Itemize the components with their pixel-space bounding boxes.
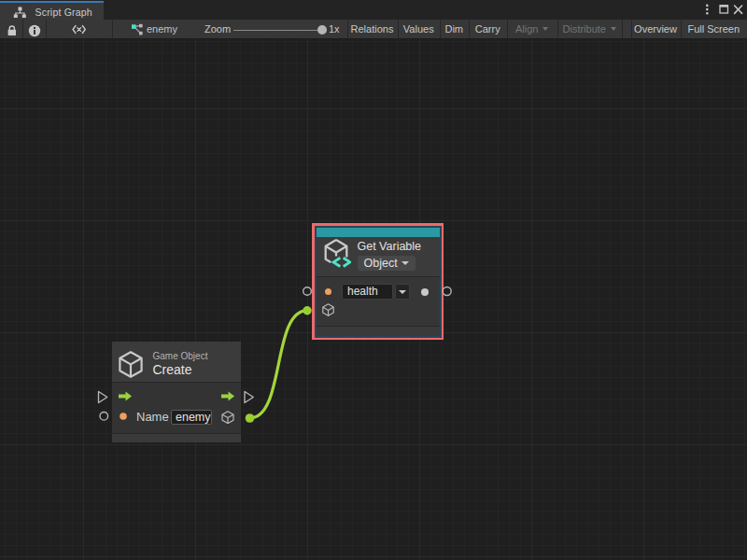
flow-output-arrow-icon[interactable] xyxy=(221,391,234,401)
variable-name-caret-icon xyxy=(399,290,406,294)
node-create-title: Create xyxy=(153,362,192,377)
tab-script-graph[interactable]: Script Graph xyxy=(0,1,104,20)
gameobject-cube-icon xyxy=(119,351,143,378)
lock-icon[interactable] xyxy=(6,23,19,36)
node-get-variable-selection-border[interactable]: Get Variable Object health xyxy=(312,223,444,340)
align-caret-icon xyxy=(543,27,548,31)
code-preview-icon[interactable] xyxy=(71,24,88,35)
value-output-port[interactable] xyxy=(443,287,451,296)
graph-hierarchy-icon xyxy=(13,5,26,18)
window-controls xyxy=(691,0,747,20)
tab-title: Script Graph xyxy=(35,7,92,18)
breadcrumb-graph-name[interactable]: enemy xyxy=(147,20,177,38)
toolbar-button-fullscreen[interactable]: Full Screen xyxy=(681,20,747,38)
connection-end-dot[interactable] xyxy=(303,306,311,315)
zoom-slider-track[interactable] xyxy=(233,30,326,32)
name-input-port[interactable] xyxy=(100,413,108,421)
toolbar-button-relations[interactable]: Relations xyxy=(347,20,398,38)
name-port-label: Name xyxy=(136,410,169,424)
node-get-variable-title: Get Variable xyxy=(358,240,422,253)
variable-cube-icon xyxy=(324,238,351,269)
maximize-icon[interactable] xyxy=(720,6,728,13)
name-value-input[interactable]: enemy xyxy=(171,410,212,425)
zoom-label: Zoom xyxy=(204,20,231,38)
name-port-dot-icon[interactable] xyxy=(120,413,127,420)
toolbar-button-overview[interactable]: Overview xyxy=(631,20,681,38)
flow-input-port[interactable] xyxy=(99,392,107,403)
variable-name-dropdown[interactable] xyxy=(395,284,411,300)
variable-kind-value: Object xyxy=(364,257,398,270)
node-create-subtitle: Game Object xyxy=(153,351,208,361)
toolbar-button-carry[interactable]: Carry xyxy=(469,20,508,38)
value-output-dot-icon[interactable] xyxy=(421,288,429,296)
connection-wire[interactable] xyxy=(250,311,308,418)
variable-name-port[interactable] xyxy=(303,287,312,296)
toolbar: enemy Zoom 1x Relations Values Dim Carry… xyxy=(0,20,747,39)
toolbar-button-values[interactable]: Values xyxy=(398,20,441,38)
node-get-variable-header: Get Variable Object xyxy=(317,237,440,277)
node-create-header: Game Object Create xyxy=(112,342,241,383)
node-get-variable-border: Get Variable Object health xyxy=(315,226,442,338)
flow-output-port[interactable] xyxy=(245,392,253,403)
graph-canvas[interactable]: Game Object Create Name enemy xyxy=(0,39,747,560)
graph-breadcrumb-icon[interactable] xyxy=(130,23,145,36)
gameobject-output-cube-icon[interactable] xyxy=(221,411,234,424)
variable-kind-caret-icon xyxy=(402,261,409,265)
connection-start-dot[interactable] xyxy=(246,413,255,423)
titlebar: Script Graph xyxy=(0,0,747,20)
info-icon[interactable] xyxy=(28,24,41,37)
flow-input-arrow-icon[interactable] xyxy=(119,391,132,401)
node-get-variable[interactable]: Get Variable Object health xyxy=(317,228,440,336)
node-create[interactable]: Game Object Create Name enemy xyxy=(112,342,241,442)
variable-name-port-dot-icon[interactable] xyxy=(325,288,331,295)
zoom-slider-knob[interactable] xyxy=(317,25,327,35)
variable-name-input[interactable]: health xyxy=(342,284,393,300)
distribute-caret-icon xyxy=(611,27,616,31)
variable-kind-color-bar xyxy=(317,228,440,238)
close-icon[interactable] xyxy=(735,6,742,13)
toolbar-button-dim[interactable]: Dim xyxy=(440,20,469,38)
toolbar-button-distribute[interactable]: Distribute xyxy=(557,20,623,38)
zoom-level: 1x xyxy=(329,20,340,38)
node-create-footer xyxy=(112,433,241,442)
node-get-variable-footer xyxy=(317,326,440,336)
kebab-menu-icon[interactable] xyxy=(706,5,709,15)
object-input-cube-icon[interactable] xyxy=(322,303,334,316)
variable-kind-dropdown[interactable]: Object xyxy=(358,256,416,271)
script-graph-window: Script Graph xyxy=(0,0,747,560)
toolbar-button-align[interactable]: Align xyxy=(507,20,557,38)
